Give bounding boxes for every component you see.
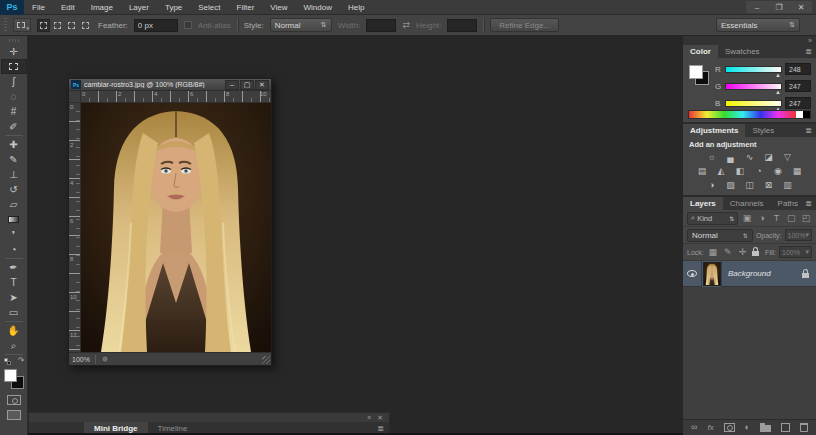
rectangular-marquee-tool[interactable]	[1, 59, 27, 74]
default-colors-icon[interactable]	[7, 361, 11, 365]
pen-tool[interactable]: ✒	[1, 260, 27, 275]
color-spectrum-ramp[interactable]	[688, 110, 811, 119]
dodge-tool[interactable]: ◔	[1, 242, 27, 257]
foreground-color-swatch[interactable]	[689, 65, 703, 79]
black-white-icon[interactable]: ◧	[732, 165, 748, 177]
slider-thumb-icon[interactable]: ▲	[775, 72, 781, 78]
fill-dropdown[interactable]: 100% ▾	[779, 246, 812, 258]
panel-menu-icon[interactable]: ≣	[805, 199, 812, 208]
tab-adjustments[interactable]: Adjustments	[683, 124, 745, 137]
color-balance-icon[interactable]: ◭	[713, 165, 729, 177]
doc-close-button[interactable]: ✕	[255, 80, 269, 90]
layer-name[interactable]: Background	[728, 269, 771, 278]
delete-layer-icon[interactable]	[800, 423, 808, 432]
zoom-level[interactable]: 100%	[72, 356, 90, 363]
spot-healing-brush-tool[interactable]: ✚	[1, 137, 27, 152]
green-value[interactable]: 247	[785, 80, 811, 92]
blur-tool[interactable]: ❜	[1, 227, 27, 242]
crop-tool[interactable]: #	[1, 104, 27, 119]
color-lookup-icon[interactable]: ▦	[789, 165, 805, 177]
filter-pixel-layers-icon[interactable]: ▣	[741, 213, 753, 223]
doc-minimize-button[interactable]: –	[225, 80, 239, 90]
menu-edit[interactable]: Edit	[53, 0, 83, 15]
gradient-map-icon[interactable]: ▥	[780, 179, 796, 191]
vibrance-icon[interactable]: ▽	[780, 151, 796, 163]
width-input[interactable]	[366, 19, 396, 32]
brush-tool[interactable]: ✎	[1, 152, 27, 167]
collapse-panel-icon[interactable]: «	[367, 414, 371, 421]
menu-view[interactable]: View	[262, 0, 295, 15]
swap-width-height-icon[interactable]: ⇄	[402, 20, 410, 30]
panel-menu-icon[interactable]: ≣	[805, 47, 812, 56]
screen-mode-button[interactable]	[7, 410, 21, 420]
menu-file[interactable]: File	[24, 0, 53, 15]
blue-slider[interactable]: ▲	[725, 100, 782, 107]
gradient-tool[interactable]	[1, 212, 27, 227]
tab-swatches[interactable]: Swatches	[718, 45, 767, 58]
panel-menu-icon[interactable]: ≣	[377, 424, 384, 433]
new-layer-icon[interactable]	[781, 423, 790, 432]
feather-input[interactable]	[134, 19, 178, 32]
posterize-icon[interactable]: ▨	[723, 179, 739, 191]
intersect-selection-button[interactable]	[79, 19, 92, 32]
tab-layers[interactable]: Layers	[683, 197, 723, 210]
brightness-contrast-icon[interactable]: ☼	[704, 151, 720, 163]
green-slider[interactable]: ▲	[725, 83, 782, 90]
curves-icon[interactable]: ∿	[742, 151, 758, 163]
opacity-dropdown[interactable]: 100% ▾	[785, 229, 812, 241]
add-to-selection-button[interactable]	[51, 19, 64, 32]
new-group-icon[interactable]	[760, 425, 771, 432]
refine-edge-button[interactable]: Refine Edge...	[490, 18, 559, 32]
menu-layer[interactable]: Layer	[121, 0, 157, 15]
filter-smart-objects-icon[interactable]: ◰	[800, 213, 812, 223]
eyedropper-tool[interactable]: ✐	[1, 119, 27, 134]
photo-filter-icon[interactable]: ◔	[751, 165, 767, 177]
panel-menu-icon[interactable]: ≣	[805, 126, 812, 135]
status-info-icon[interactable]	[101, 355, 109, 363]
zoom-tool[interactable]: ⌕	[1, 338, 27, 353]
lasso-tool[interactable]: ʃ	[1, 74, 27, 89]
move-tool[interactable]: ✛	[1, 44, 27, 59]
menu-window[interactable]: Window	[296, 0, 340, 15]
type-tool[interactable]: T	[1, 275, 27, 290]
filter-type-layers-icon[interactable]: T	[771, 213, 783, 223]
close-button[interactable]: ✕	[790, 1, 812, 13]
quick-mask-button[interactable]	[7, 395, 21, 405]
exposure-icon[interactable]: ◪	[761, 151, 777, 163]
menu-help[interactable]: Help	[340, 0, 372, 15]
tab-channels[interactable]: Channels	[723, 197, 771, 210]
path-selection-tool[interactable]: ➤	[1, 290, 27, 305]
new-selection-button[interactable]	[37, 19, 50, 32]
levels-icon[interactable]: ▄	[723, 151, 739, 163]
minimize-button[interactable]: –	[746, 1, 768, 13]
quick-selection-tool[interactable]: ◌	[1, 89, 27, 104]
subtract-from-selection-button[interactable]	[65, 19, 78, 32]
new-adjustment-layer-icon[interactable]: ◐	[745, 423, 750, 432]
tab-styles[interactable]: Styles	[745, 124, 781, 137]
visibility-toggle[interactable]	[683, 261, 702, 286]
slider-thumb-icon[interactable]: ▲	[775, 89, 781, 95]
invert-icon[interactable]: ◑	[704, 179, 720, 191]
blue-value[interactable]: 247	[785, 97, 811, 109]
history-brush-tool[interactable]: ↺	[1, 182, 27, 197]
foreground-color-swatch[interactable]	[4, 369, 17, 382]
link-layers-icon[interactable]: ∞	[691, 423, 697, 432]
filter-kind-dropdown[interactable]: ⌕ Kind ⇅	[687, 212, 738, 225]
background-layer-row[interactable]: Background	[683, 261, 816, 287]
lock-all-icon[interactable]	[752, 251, 759, 256]
style-dropdown[interactable]: Normal ⇅	[270, 18, 332, 32]
red-slider[interactable]: ▲	[725, 66, 782, 73]
restore-button[interactable]: ❐	[768, 1, 790, 13]
lock-image-pixels-icon[interactable]: ✎	[722, 247, 734, 257]
clone-stamp-tool[interactable]: ⊥	[1, 167, 27, 182]
menu-image[interactable]: Image	[83, 0, 121, 15]
rectangle-tool[interactable]: ▭	[1, 305, 27, 320]
channel-mixer-icon[interactable]: ◉	[770, 165, 786, 177]
document-title-bar[interactable]: Ps cambiar-rostro3.jpg @ 100% (RGB/8#) –…	[69, 79, 271, 91]
swap-colors-icon[interactable]: ↷	[18, 356, 25, 365]
tab-color[interactable]: Color	[683, 45, 718, 58]
filter-adjustment-layers-icon[interactable]: ◑	[756, 213, 768, 223]
filter-shape-layers-icon[interactable]: ▢	[785, 213, 797, 223]
close-panel-icon[interactable]: ✕	[377, 414, 383, 421]
lock-transparent-pixels-icon[interactable]: ▦	[707, 247, 719, 257]
